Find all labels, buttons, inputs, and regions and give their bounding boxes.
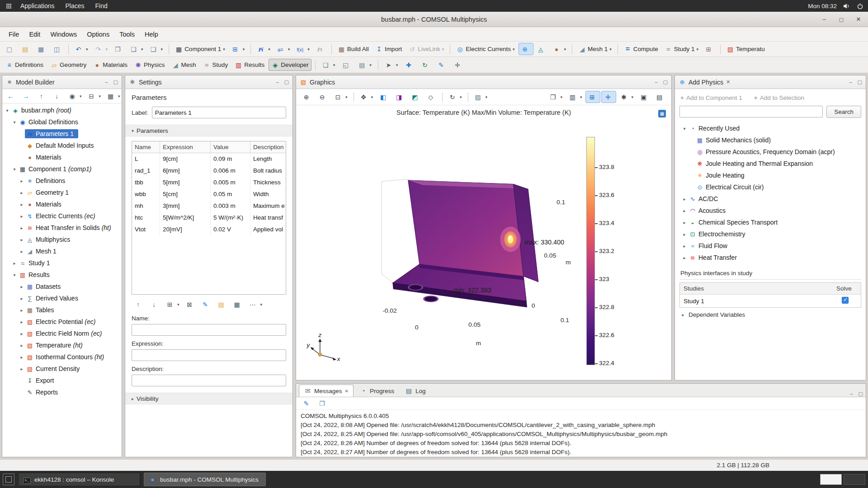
volume-icon[interactable]	[843, 3, 850, 9]
ribbon-definitions[interactable]: Definitions	[3, 59, 46, 71]
study-select[interactable]: Study 1	[662, 43, 701, 55]
expander-icon[interactable]	[19, 249, 25, 254]
graphics-canvas[interactable]: Surface: Temperature (K) Max/Min Volume:…	[296, 105, 671, 380]
parameter-row[interactable]: tbb 5[mm] 0.005 m Thickness	[132, 177, 286, 188]
tree-item[interactable]: Tables	[2, 304, 122, 316]
expander-icon[interactable]	[19, 355, 25, 360]
model-builder-menu-icon[interactable]	[6, 79, 13, 85]
new-file-button[interactable]	[3, 43, 18, 55]
param-move-down-button[interactable]	[147, 298, 162, 310]
solve-checkbox[interactable]	[842, 297, 849, 304]
view-yz-button[interactable]	[392, 91, 407, 103]
expander-icon[interactable]	[19, 319, 25, 324]
panel-maximize-icon[interactable]	[859, 391, 863, 397]
scene-settings-button[interactable]	[617, 91, 636, 103]
show-desktop-icon[interactable]	[3, 474, 14, 485]
ribbon-item[interactable]	[378, 60, 378, 70]
expander-icon[interactable]	[681, 220, 688, 225]
toolbar-item[interactable]	[354, 92, 354, 102]
close-icon[interactable]	[854, 16, 863, 23]
menu-item[interactable]: Tools	[114, 27, 140, 42]
dependent-variables-section[interactable]: Dependent Variables	[679, 308, 861, 322]
physics-tree-item[interactable]: Electrochemistry	[679, 228, 861, 240]
panel-minimize-icon[interactable]	[850, 391, 853, 397]
refresh-button[interactable]	[418, 59, 433, 71]
tree-item[interactable]: Electric Field Norm (ec)	[2, 328, 122, 339]
name-input[interactable]	[132, 324, 286, 336]
messages-tab[interactable]: Progress	[354, 385, 399, 397]
toolbar-item[interactable]	[618, 44, 618, 54]
physics-tree-item[interactable]: Heat Transfer	[679, 252, 861, 263]
forward-button[interactable]	[19, 90, 34, 102]
livelink-button[interactable]: LiveLink	[406, 43, 447, 55]
toolbar-item[interactable]	[68, 44, 69, 54]
ribbon-study[interactable]: Study	[200, 59, 231, 71]
tree-item[interactable]: Multiphysics	[2, 234, 122, 245]
ribbon-physics[interactable]: Physics	[132, 59, 168, 71]
expander-icon[interactable]	[19, 331, 25, 336]
parameter-case-button[interactable]	[313, 43, 328, 55]
tree-item[interactable]: Definitions	[2, 175, 122, 187]
tree-item[interactable]: Temperature (ht)	[2, 339, 122, 351]
close-tab-icon[interactable]	[726, 79, 730, 85]
toolbar-item[interactable]	[720, 44, 721, 54]
applications-grid-icon[interactable]	[6, 4, 8, 5]
plot-badge-icon[interactable]	[658, 110, 666, 117]
reset-desktop-button[interactable]	[339, 59, 354, 71]
expression-input[interactable]	[132, 349, 286, 361]
expander-icon[interactable]	[11, 261, 18, 266]
panel-minimize-icon[interactable]	[276, 79, 278, 85]
physics-tree-item[interactable]: Joule Heating and Thermal Expansion	[679, 158, 861, 169]
physics-tree-item[interactable]: Solid Mechanics (solid)	[679, 134, 861, 146]
menu-item[interactable]: Edit	[24, 27, 45, 42]
collapse-all-button[interactable]	[85, 90, 104, 102]
tree-item[interactable]: Current Density	[2, 363, 122, 375]
panel-minimize-icon[interactable]	[849, 79, 852, 85]
snapshot-button[interactable]	[637, 91, 652, 103]
tree-item[interactable]: Default Model Inputs	[2, 140, 122, 151]
tree-item[interactable]: Component 1 (comp1)	[2, 163, 122, 175]
workspace-cell-active[interactable]	[820, 474, 842, 485]
expander-icon[interactable]	[19, 296, 25, 301]
back-button[interactable]	[4, 90, 19, 102]
move-up-button[interactable]	[35, 90, 50, 102]
desktop-menu[interactable]: Places	[60, 0, 90, 12]
documentation-button[interactable]	[355, 59, 374, 71]
toolbar-item[interactable]	[468, 92, 468, 102]
tree-item[interactable]: busbar.mph (root)	[2, 104, 122, 116]
ribbon-item[interactable]	[315, 60, 316, 70]
expander-icon[interactable]	[11, 120, 18, 125]
physics-search-input[interactable]	[679, 106, 823, 117]
physics-tree-item[interactable]: Joule Heating	[679, 169, 861, 181]
compute-button[interactable]: Compute	[621, 43, 661, 55]
expander-icon[interactable]	[19, 225, 25, 230]
workspace-cell[interactable]	[844, 474, 865, 485]
physics-select[interactable]: Electric Currents	[453, 43, 517, 55]
tree-item[interactable]: Heat Transfer in Solids (ht)	[2, 222, 122, 234]
zoom-extents-button[interactable]	[331, 91, 350, 103]
show-axes-toggle[interactable]	[601, 91, 616, 103]
label-input[interactable]	[152, 107, 286, 118]
image-export-button[interactable]	[546, 91, 565, 103]
tree-settings-button[interactable]	[104, 90, 123, 102]
windows-button[interactable]	[319, 59, 338, 71]
clock[interactable]: Mon 08:32	[808, 3, 837, 9]
panel-maximize-icon[interactable]	[113, 79, 118, 85]
section-expander-icon[interactable]: ▸	[132, 396, 134, 401]
toolbar-item[interactable]	[250, 44, 251, 54]
panel-minimize-icon[interactable]	[105, 79, 108, 85]
add-study-button[interactable]	[702, 43, 717, 55]
expander-icon[interactable]	[681, 208, 688, 213]
messages-log[interactable]: COMSOL Multiphysics 6.0.0.405[Oct 24, 20…	[296, 410, 866, 457]
tree-item[interactable]: Electric Currents (ec)	[2, 210, 122, 222]
expander-icon[interactable]	[19, 308, 25, 313]
toolbar-item[interactable]	[450, 44, 450, 54]
expander-icon[interactable]	[681, 126, 688, 131]
tree-item[interactable]: Materials	[2, 198, 122, 210]
search-button[interactable]: Search	[826, 106, 861, 118]
parameter-row[interactable]: htc 5[W/m^2/K] 5 W/(m²·K) Heat transf	[132, 212, 286, 224]
add-material-button[interactable]	[550, 43, 569, 55]
toolbar-item[interactable]	[442, 92, 443, 102]
measure-button[interactable]	[451, 59, 466, 71]
panel-maximize-icon[interactable]	[284, 79, 289, 85]
